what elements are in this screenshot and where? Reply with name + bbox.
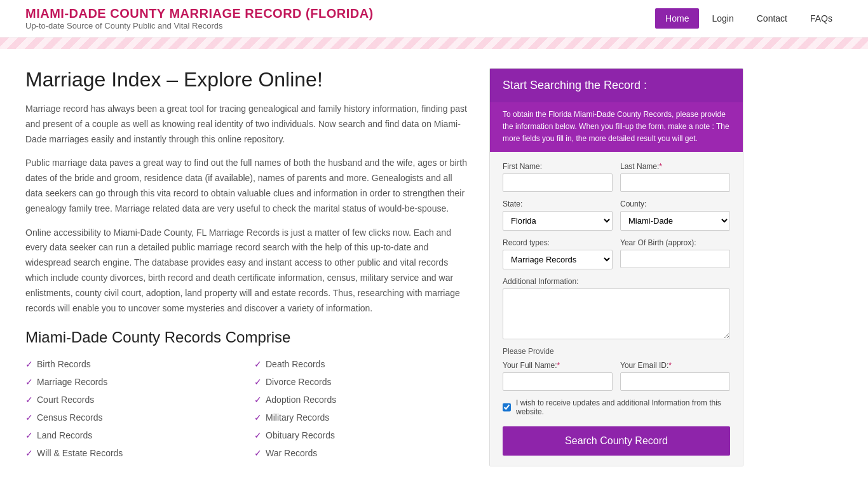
email-input[interactable] — [620, 372, 730, 391]
record-label: Land Records — [37, 430, 92, 440]
personal-info-row: Your Full Name:* Your Email ID:* — [503, 361, 730, 391]
email-label: Your Email ID:* — [620, 361, 730, 370]
content-left: Marriage Index – Explore Online! Marriag… — [25, 68, 470, 466]
record-label: War Records — [266, 448, 317, 458]
last-name-input[interactable] — [620, 173, 730, 192]
nav-home[interactable]: Home — [655, 8, 699, 29]
please-provide-label: Please Provide — [503, 347, 730, 356]
first-name-input[interactable] — [503, 173, 613, 192]
record-label: Court Records — [37, 395, 94, 405]
first-name-label: First Name: — [503, 162, 613, 171]
check-icon: ✓ — [254, 377, 262, 387]
check-icon: ✓ — [25, 359, 33, 369]
list-item: ✓ Military Records — [254, 410, 470, 425]
check-icon: ✓ — [254, 430, 262, 440]
record-label: Obituary Records — [266, 430, 335, 440]
site-title: MIAMI-DADE COUNTY MARRIAGE RECORD (FLORI… — [25, 6, 374, 21]
email-required: * — [668, 361, 672, 370]
full-name-input[interactable] — [503, 372, 613, 391]
year-of-birth-group: Year Of Birth (approx): — [620, 238, 730, 269]
full-name-label: Your Full Name:* — [503, 361, 613, 370]
list-item: ✓ Census Records — [25, 410, 241, 425]
list-item: ✓ Adoption Records — [254, 392, 470, 407]
record-types-select[interactable]: Marriage Records Birth Records Death Rec… — [503, 250, 613, 269]
additional-info-label: Additional Information: — [503, 277, 730, 286]
list-item: ✓ Death Records — [254, 356, 470, 372]
main-container: Marriage Index – Explore Online! Marriag… — [0, 49, 868, 485]
list-item: ✓ Land Records — [25, 428, 241, 443]
additional-info-group: Additional Information: — [503, 277, 730, 339]
list-item: ✓ Will & Estate Records — [25, 445, 241, 461]
county-group: County: Miami-Dade Broward Palm Beach — [620, 200, 730, 231]
full-name-required: * — [557, 361, 560, 370]
list-item: ✓ War Records — [254, 445, 470, 461]
check-icon: ✓ — [254, 359, 262, 369]
state-select[interactable]: Florida Alabama Georgia Texas — [503, 211, 613, 231]
newsletter-checkbox[interactable] — [503, 403, 511, 412]
year-of-birth-input[interactable] — [620, 250, 730, 268]
last-name-label: Last Name:* — [620, 162, 730, 171]
records-heading: Miami-Dade County Records Comprise — [25, 329, 470, 346]
check-icon: ✓ — [254, 395, 262, 405]
checkbox-row: I wish to receive updates and additional… — [503, 398, 730, 416]
nav-login[interactable]: Login — [702, 8, 743, 29]
intro-paragraph-2: Public marriage data paves a great way t… — [25, 156, 470, 216]
additional-info-input[interactable] — [503, 288, 730, 339]
records-list: ✓ Birth Records ✓ Death Records ✓ Marria… — [25, 356, 470, 461]
last-name-required: * — [659, 162, 662, 171]
full-name-group: Your Full Name:* — [503, 361, 613, 391]
nav-contact[interactable]: Contact — [747, 8, 797, 29]
state-group: State: Florida Alabama Georgia Texas — [503, 200, 613, 231]
record-label: Death Records — [266, 359, 325, 369]
record-types-label: Record types: — [503, 238, 613, 247]
record-label: Divorce Records — [266, 377, 331, 387]
list-item: ✓ Birth Records — [25, 356, 241, 372]
search-form-panel: Start Searching the Record : To obtain t… — [489, 68, 743, 466]
check-icon: ✓ — [25, 412, 33, 423]
county-label: County: — [620, 200, 730, 208]
check-icon: ✓ — [25, 395, 33, 405]
check-icon: ✓ — [25, 448, 33, 458]
intro-paragraph-3: Online accessibility to Miami-Dade Count… — [25, 226, 470, 316]
header-separator — [0, 37, 868, 49]
record-label: Military Records — [266, 412, 329, 423]
state-county-row: State: Florida Alabama Georgia Texas Cou… — [503, 200, 730, 231]
record-type-group: Record types: Marriage Records Birth Rec… — [503, 238, 613, 269]
checkbox-label: I wish to receive updates and additional… — [516, 398, 730, 416]
check-icon: ✓ — [254, 412, 262, 423]
list-item: ✓ Court Records — [25, 392, 241, 407]
record-label: Adoption Records — [266, 395, 336, 405]
form-description: To obtain the Florida Miami-Dade County … — [490, 102, 743, 152]
first-name-group: First Name: — [503, 162, 613, 192]
search-county-record-button[interactable]: Search County Record — [503, 426, 730, 456]
nav-faqs[interactable]: FAQs — [800, 8, 843, 29]
page-heading: Marriage Index – Explore Online! — [25, 68, 470, 92]
main-nav: Home Login Contact FAQs — [655, 8, 843, 29]
last-name-group: Last Name:* — [620, 162, 730, 192]
page-header: MIAMI-DADE COUNTY MARRIAGE RECORD (FLORI… — [0, 0, 868, 37]
record-label: Birth Records — [37, 359, 91, 369]
check-icon: ✓ — [25, 430, 33, 440]
county-select[interactable]: Miami-Dade Broward Palm Beach — [620, 211, 730, 231]
year-of-birth-label: Year Of Birth (approx): — [620, 238, 730, 247]
site-subtitle: Up-to-date Source of County Public and V… — [25, 21, 374, 30]
check-icon: ✓ — [25, 377, 33, 387]
intro-paragraph-1: Marriage record has always been a great … — [25, 102, 470, 147]
form-body: First Name: Last Name:* State: Florida A… — [490, 152, 743, 466]
brand: MIAMI-DADE COUNTY MARRIAGE RECORD (FLORI… — [25, 6, 374, 30]
list-item: ✓ Marriage Records — [25, 374, 241, 390]
record-label: Will & Estate Records — [37, 448, 123, 458]
record-label: Marriage Records — [37, 377, 107, 387]
state-label: State: — [503, 200, 613, 208]
name-row: First Name: Last Name:* — [503, 162, 730, 192]
record-label: Census Records — [37, 412, 103, 423]
form-header: Start Searching the Record : — [490, 69, 743, 102]
list-item: ✓ Divorce Records — [254, 374, 470, 390]
additional-info-row: Additional Information: — [503, 277, 730, 339]
list-item: ✓ Obituary Records — [254, 428, 470, 443]
record-type-row: Record types: Marriage Records Birth Rec… — [503, 238, 730, 269]
check-icon: ✓ — [254, 448, 262, 458]
email-group: Your Email ID:* — [620, 361, 730, 391]
